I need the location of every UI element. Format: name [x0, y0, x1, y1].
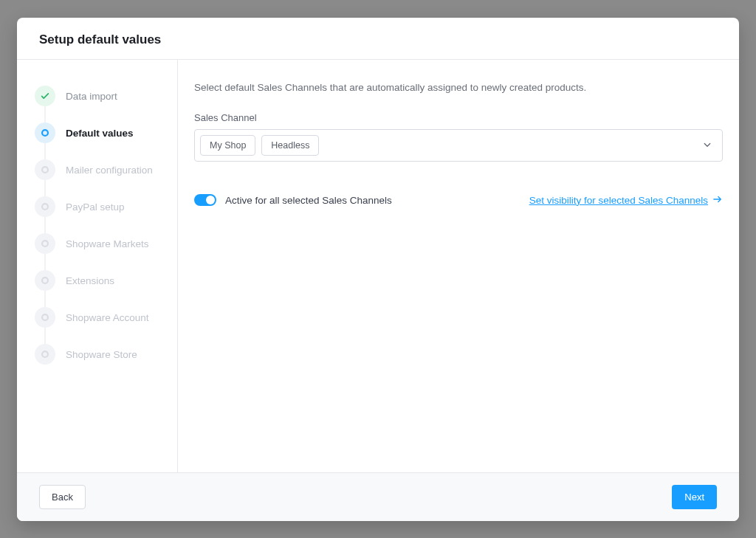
svg-point-4	[42, 277, 48, 283]
svg-point-1	[42, 167, 48, 173]
svg-point-3	[42, 241, 48, 246]
row-controls: Active for all selected Sales Channels S…	[194, 194, 723, 206]
modal-header: Setup default values	[17, 18, 739, 60]
step-data-import[interactable]: Data import	[35, 77, 177, 114]
helptext: Select default Sales Channels that are a…	[194, 82, 723, 93]
next-button[interactable]: Next	[672, 485, 717, 509]
step-label: Data import	[66, 91, 117, 102]
step-mailer-configuration[interactable]: Mailer configuration	[35, 151, 177, 188]
chevron-down-icon	[703, 139, 712, 152]
step-label: Shopware Store	[66, 349, 137, 360]
step-label: Shopware Markets	[66, 238, 149, 249]
wizard-sidebar: Data import Default values Mailer config…	[17, 60, 178, 472]
circle-active-icon	[35, 123, 55, 143]
sales-channel-tag[interactable]: Headless	[261, 135, 319, 156]
page-title: Setup default values	[39, 32, 717, 47]
circle-pending-icon	[35, 344, 55, 365]
arrow-right-icon	[712, 195, 723, 206]
link-text: Set visibility for selected Sales Channe…	[529, 195, 708, 206]
circle-pending-icon	[35, 196, 55, 217]
step-shopware-account[interactable]: Shopware Account	[35, 299, 177, 336]
setup-modal: Setup default values Data import Default…	[17, 18, 739, 521]
step-paypal-setup[interactable]: PayPal setup	[35, 188, 177, 225]
svg-point-2	[42, 204, 48, 210]
check-icon	[35, 86, 55, 106]
sales-channel-tag[interactable]: My Shop	[200, 135, 255, 156]
svg-point-6	[42, 351, 48, 357]
step-label: Mailer configuration	[66, 165, 153, 176]
step-label: Extensions	[66, 275, 114, 286]
sales-channel-select[interactable]: My Shop Headless	[194, 129, 723, 162]
step-shopware-store[interactable]: Shopware Store	[35, 336, 177, 373]
content-panel: Select default Sales Channels that are a…	[178, 60, 739, 472]
step-label: PayPal setup	[66, 201, 125, 213]
set-visibility-link[interactable]: Set visibility for selected Sales Channe…	[529, 195, 723, 206]
svg-point-5	[42, 314, 48, 320]
step-extensions[interactable]: Extensions	[35, 262, 177, 299]
modal-body: Data import Default values Mailer config…	[17, 60, 739, 472]
active-toggle-wrap: Active for all selected Sales Channels	[194, 194, 392, 206]
circle-pending-icon	[35, 307, 55, 328]
circle-pending-icon	[35, 159, 55, 180]
active-toggle[interactable]	[194, 194, 216, 206]
svg-point-0	[42, 130, 48, 136]
sales-channel-label: Sales Channel	[194, 112, 723, 123]
back-button[interactable]: Back	[39, 485, 86, 509]
step-label: Shopware Account	[66, 312, 149, 323]
step-default-values[interactable]: Default values	[35, 114, 177, 151]
circle-pending-icon	[35, 270, 55, 291]
step-list: Data import Default values Mailer config…	[35, 77, 177, 373]
modal-footer: Back Next	[17, 472, 739, 521]
step-label: Default values	[66, 128, 134, 139]
step-shopware-markets[interactable]: Shopware Markets	[35, 225, 177, 262]
circle-pending-icon	[35, 233, 55, 254]
active-toggle-label: Active for all selected Sales Channels	[225, 195, 392, 206]
